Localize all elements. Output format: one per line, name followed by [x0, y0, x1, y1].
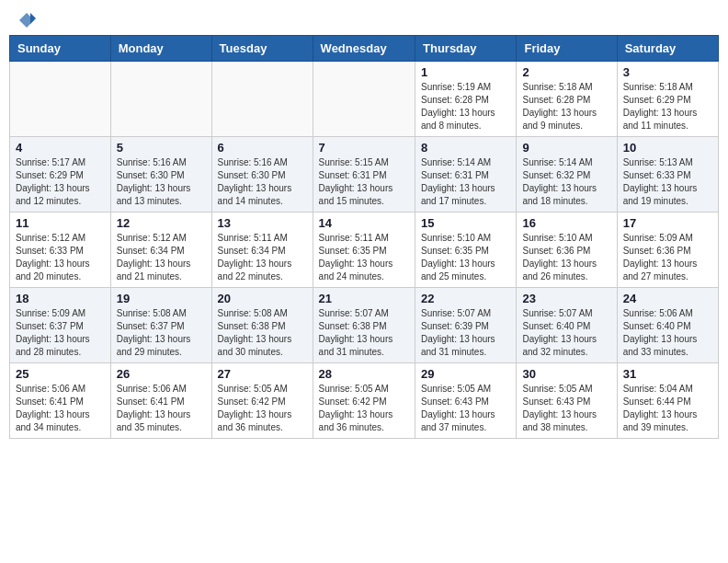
day-cell: 8Sunrise: 5:14 AM Sunset: 6:31 PM Daylig… [415, 137, 517, 213]
day-number: 14 [319, 216, 409, 230]
day-cell: 29Sunrise: 5:05 AM Sunset: 6:43 PM Dayli… [415, 363, 517, 439]
day-number: 31 [623, 367, 712, 381]
day-cell [110, 62, 211, 137]
day-number: 7 [319, 141, 409, 155]
day-number: 15 [421, 216, 510, 230]
day-info: Sunrise: 5:09 AM Sunset: 6:36 PM Dayligh… [623, 232, 712, 283]
day-info: Sunrise: 5:09 AM Sunset: 6:37 PM Dayligh… [16, 307, 105, 359]
day-number: 12 [117, 216, 206, 230]
day-info: Sunrise: 5:17 AM Sunset: 6:29 PM Dayligh… [16, 156, 105, 208]
day-header-wednesday: Wednesday [313, 36, 415, 62]
day-cell: 5Sunrise: 5:16 AM Sunset: 6:30 PM Daylig… [110, 137, 211, 213]
day-info: Sunrise: 5:12 AM Sunset: 6:33 PM Dayligh… [16, 232, 105, 283]
day-number: 28 [319, 367, 409, 381]
day-info: Sunrise: 5:13 AM Sunset: 6:33 PM Dayligh… [623, 156, 712, 208]
day-cell: 18Sunrise: 5:09 AM Sunset: 6:37 PM Dayli… [10, 288, 111, 363]
day-info: Sunrise: 5:08 AM Sunset: 6:37 PM Dayligh… [117, 307, 206, 359]
day-number: 21 [319, 292, 409, 305]
day-number: 27 [218, 367, 307, 381]
svg-marker-1 [30, 13, 36, 24]
day-number: 19 [117, 292, 206, 305]
day-cell: 12Sunrise: 5:12 AM Sunset: 6:34 PM Dayli… [110, 213, 211, 288]
week-row-5: 25Sunrise: 5:06 AM Sunset: 6:41 PM Dayli… [10, 363, 719, 439]
day-cell: 14Sunrise: 5:11 AM Sunset: 6:35 PM Dayli… [313, 213, 415, 288]
day-number: 30 [522, 367, 610, 381]
day-info: Sunrise: 5:18 AM Sunset: 6:29 PM Dayligh… [623, 81, 712, 132]
day-cell: 31Sunrise: 5:04 AM Sunset: 6:44 PM Dayli… [617, 363, 718, 439]
day-cell: 4Sunrise: 5:17 AM Sunset: 6:29 PM Daylig… [10, 137, 111, 213]
day-info: Sunrise: 5:14 AM Sunset: 6:32 PM Dayligh… [522, 156, 610, 208]
calendar-header-row: SundayMondayTuesdayWednesdayThursdayFrid… [10, 36, 719, 62]
calendar-table: SundayMondayTuesdayWednesdayThursdayFrid… [9, 35, 719, 439]
day-number: 5 [117, 141, 206, 155]
day-info: Sunrise: 5:07 AM Sunset: 6:40 PM Dayligh… [522, 307, 610, 359]
week-row-3: 11Sunrise: 5:12 AM Sunset: 6:33 PM Dayli… [10, 213, 719, 288]
day-cell: 23Sunrise: 5:07 AM Sunset: 6:40 PM Dayli… [517, 288, 617, 363]
day-number: 24 [623, 292, 712, 305]
day-cell: 9Sunrise: 5:14 AM Sunset: 6:32 PM Daylig… [517, 137, 617, 213]
week-row-4: 18Sunrise: 5:09 AM Sunset: 6:37 PM Dayli… [10, 288, 719, 363]
day-cell [10, 62, 111, 137]
day-number: 11 [16, 216, 105, 230]
day-cell [313, 62, 415, 137]
day-info: Sunrise: 5:10 AM Sunset: 6:36 PM Dayligh… [522, 232, 610, 283]
day-number: 25 [16, 367, 105, 381]
day-number: 1 [421, 65, 510, 79]
day-cell: 2Sunrise: 5:18 AM Sunset: 6:28 PM Daylig… [517, 62, 617, 137]
day-number: 23 [522, 292, 610, 305]
logo-icon [17, 11, 36, 29]
day-cell: 25Sunrise: 5:06 AM Sunset: 6:41 PM Dayli… [10, 363, 111, 439]
day-info: Sunrise: 5:06 AM Sunset: 6:41 PM Dayligh… [117, 383, 206, 434]
page-header [9, 9, 719, 29]
day-header-friday: Friday [517, 36, 617, 62]
day-info: Sunrise: 5:16 AM Sunset: 6:30 PM Dayligh… [218, 156, 307, 208]
day-info: Sunrise: 5:18 AM Sunset: 6:28 PM Dayligh… [522, 81, 610, 132]
week-row-1: 1Sunrise: 5:19 AM Sunset: 6:28 PM Daylig… [10, 62, 719, 137]
day-info: Sunrise: 5:07 AM Sunset: 6:39 PM Dayligh… [421, 307, 510, 359]
day-number: 16 [522, 216, 610, 230]
day-number: 8 [421, 141, 510, 155]
day-info: Sunrise: 5:19 AM Sunset: 6:28 PM Dayligh… [421, 81, 510, 132]
day-cell: 20Sunrise: 5:08 AM Sunset: 6:38 PM Dayli… [211, 288, 313, 363]
day-cell: 26Sunrise: 5:06 AM Sunset: 6:41 PM Dayli… [110, 363, 211, 439]
day-header-saturday: Saturday [617, 36, 718, 62]
day-number: 3 [623, 65, 712, 79]
day-info: Sunrise: 5:06 AM Sunset: 6:40 PM Dayligh… [623, 307, 712, 359]
day-number: 26 [117, 367, 206, 381]
week-row-2: 4Sunrise: 5:17 AM Sunset: 6:29 PM Daylig… [10, 137, 719, 213]
day-number: 10 [623, 141, 712, 155]
day-number: 18 [16, 292, 105, 305]
day-cell: 13Sunrise: 5:11 AM Sunset: 6:34 PM Dayli… [211, 213, 313, 288]
day-cell: 6Sunrise: 5:16 AM Sunset: 6:30 PM Daylig… [211, 137, 313, 213]
day-cell: 11Sunrise: 5:12 AM Sunset: 6:33 PM Dayli… [10, 213, 111, 288]
day-cell: 24Sunrise: 5:06 AM Sunset: 6:40 PM Dayli… [617, 288, 718, 363]
day-info: Sunrise: 5:14 AM Sunset: 6:31 PM Dayligh… [421, 156, 510, 208]
day-cell: 28Sunrise: 5:05 AM Sunset: 6:42 PM Dayli… [313, 363, 415, 439]
day-cell: 30Sunrise: 5:05 AM Sunset: 6:43 PM Dayli… [517, 363, 617, 439]
day-info: Sunrise: 5:11 AM Sunset: 6:35 PM Dayligh… [319, 232, 409, 283]
day-info: Sunrise: 5:05 AM Sunset: 6:43 PM Dayligh… [421, 383, 510, 434]
day-info: Sunrise: 5:15 AM Sunset: 6:31 PM Dayligh… [319, 156, 409, 208]
day-number: 29 [421, 367, 510, 381]
day-number: 13 [218, 216, 307, 230]
day-number: 22 [421, 292, 510, 305]
day-info: Sunrise: 5:12 AM Sunset: 6:34 PM Dayligh… [117, 232, 206, 283]
day-header-sunday: Sunday [10, 36, 111, 62]
day-info: Sunrise: 5:11 AM Sunset: 6:34 PM Dayligh… [218, 232, 307, 283]
day-cell: 3Sunrise: 5:18 AM Sunset: 6:29 PM Daylig… [617, 62, 718, 137]
day-cell: 1Sunrise: 5:19 AM Sunset: 6:28 PM Daylig… [415, 62, 517, 137]
day-cell: 16Sunrise: 5:10 AM Sunset: 6:36 PM Dayli… [517, 213, 617, 288]
day-header-tuesday: Tuesday [211, 36, 313, 62]
day-info: Sunrise: 5:05 AM Sunset: 6:43 PM Dayligh… [522, 383, 610, 434]
day-header-thursday: Thursday [415, 36, 517, 62]
day-info: Sunrise: 5:10 AM Sunset: 6:35 PM Dayligh… [421, 232, 510, 283]
logo [17, 13, 36, 26]
day-cell: 21Sunrise: 5:07 AM Sunset: 6:38 PM Dayli… [313, 288, 415, 363]
day-cell [211, 62, 313, 137]
day-info: Sunrise: 5:07 AM Sunset: 6:38 PM Dayligh… [319, 307, 409, 359]
day-number: 17 [623, 216, 712, 230]
day-cell: 17Sunrise: 5:09 AM Sunset: 6:36 PM Dayli… [617, 213, 718, 288]
day-number: 6 [218, 141, 307, 155]
day-info: Sunrise: 5:08 AM Sunset: 6:38 PM Dayligh… [218, 307, 307, 359]
day-cell: 19Sunrise: 5:08 AM Sunset: 6:37 PM Dayli… [110, 288, 211, 363]
